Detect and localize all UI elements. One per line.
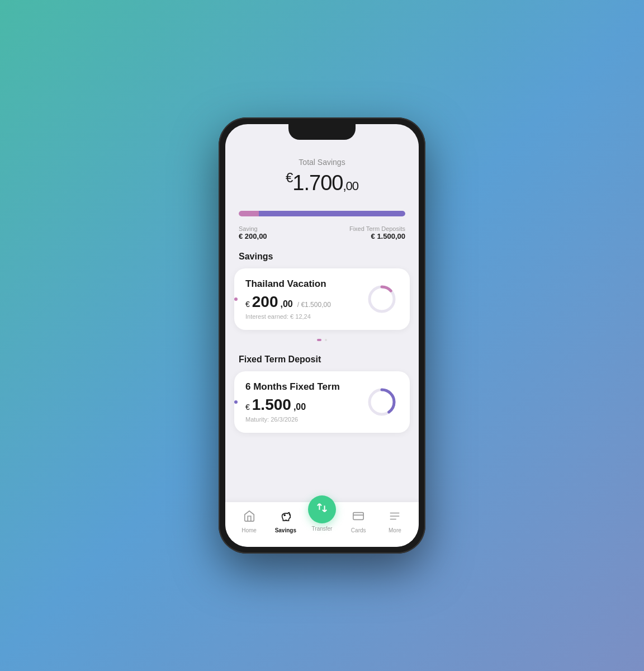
phone-screen: Total Savings €1.700,00 Saving € 200,00 <box>225 124 419 547</box>
more-label: More <box>389 527 401 533</box>
saving-indicator <box>234 297 238 301</box>
progress-fixed <box>259 211 405 216</box>
thailand-decimal: ,00 <box>281 299 293 309</box>
nav-savings[interactable]: Savings <box>267 510 304 533</box>
transfer-icon <box>316 502 328 517</box>
dot-inactive <box>325 339 327 341</box>
fixed-title: Fixed Term Deposits <box>349 225 405 232</box>
phone-notch <box>288 124 356 140</box>
fixed-currency: € <box>245 403 250 412</box>
progress-bar-container <box>225 204 419 221</box>
screen-content: Total Savings €1.700,00 Saving € 200,00 <box>225 124 419 502</box>
thailand-card-name: Thailand Vacation <box>245 278 365 290</box>
fixed-card-info: 6 Months Fixed Term € 1.500 ,00 Maturity… <box>245 381 365 423</box>
svg-point-4 <box>284 514 285 516</box>
savings-icon <box>280 510 292 525</box>
savings-label: Savings <box>275 527 296 533</box>
fixed-cards-container: 6 Months Fixed Term € 1.500 ,00 Maturity… <box>225 371 419 433</box>
saving-title: Saving <box>239 225 267 232</box>
nav-transfer[interactable]: Transfer <box>304 512 340 532</box>
currency-symbol: € <box>286 170 292 185</box>
cards-label: Cards <box>351 527 366 533</box>
header-section: Total Savings €1.700,00 <box>225 147 419 204</box>
thailand-currency: € <box>245 300 250 309</box>
thailand-target: / €1.500,00 <box>297 301 331 309</box>
savings-cards-container: Thailand Vacation € 200 ,00 / €1.500,00 … <box>225 268 419 343</box>
fixed-card-name: 6 Months Fixed Term <box>245 381 365 393</box>
bottom-nav: Home Savings <box>225 502 419 547</box>
phone-frame: Total Savings €1.700,00 Saving € 200,00 <box>219 117 425 554</box>
dot-active <box>317 339 321 341</box>
home-label: Home <box>242 527 257 533</box>
nav-cards[interactable]: Cards <box>340 510 377 533</box>
thailand-progress-circle <box>365 282 399 316</box>
cards-icon <box>352 510 364 525</box>
fixed-value: € 1.500,00 <box>349 232 405 240</box>
more-icon <box>389 510 401 525</box>
thailand-amount-row: € 200 ,00 / €1.500,00 <box>245 293 365 311</box>
transfer-label: Transfer <box>312 526 333 532</box>
thailand-card-info: Thailand Vacation € 200 ,00 / €1.500,00 … <box>245 278 365 320</box>
fixed-section-title: Fixed Term Deposit <box>225 343 419 371</box>
transfer-button[interactable] <box>308 495 336 523</box>
progress-bar <box>239 211 405 216</box>
thailand-card[interactable]: Thailand Vacation € 200 ,00 / €1.500,00 … <box>234 268 410 330</box>
progress-saving <box>239 211 259 216</box>
progress-labels: Saving € 200,00 Fixed Term Deposits € 1.… <box>225 221 419 240</box>
svg-rect-5 <box>353 513 363 520</box>
total-label: Total Savings <box>239 158 405 167</box>
fixed-progress-circle <box>365 385 399 419</box>
total-amount: €1.700,00 <box>239 170 405 195</box>
dots-indicator <box>234 334 410 343</box>
thailand-subtitle: Interest earned: € 12,24 <box>245 313 365 320</box>
savings-section-title: Savings <box>225 240 419 268</box>
total-value: 1.700 <box>292 171 343 195</box>
nav-home[interactable]: Home <box>231 510 267 533</box>
fixed-decimal: ,00 <box>293 402 306 412</box>
nav-more[interactable]: More <box>377 510 413 533</box>
home-icon <box>243 510 255 525</box>
thailand-amount: 200 <box>252 293 278 311</box>
saving-label-group: Saving € 200,00 <box>239 225 267 240</box>
fixed-label-group: Fixed Term Deposits € 1.500,00 <box>349 225 405 240</box>
fixed-term-card[interactable]: 6 Months Fixed Term € 1.500 ,00 Maturity… <box>234 371 410 433</box>
total-decimal: ,00 <box>343 179 358 193</box>
fixed-amount: 1.500 <box>252 396 291 414</box>
fixed-subtitle: Maturity: 26/3/2026 <box>245 416 365 423</box>
saving-value: € 200,00 <box>239 232 267 240</box>
fixed-indicator <box>234 400 238 404</box>
fixed-amount-row: € 1.500 ,00 <box>245 396 365 414</box>
